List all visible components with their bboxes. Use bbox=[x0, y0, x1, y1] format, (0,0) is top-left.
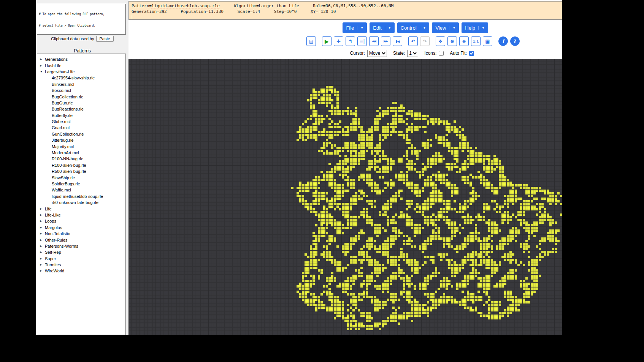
tree-file[interactable]: 4c273954-slow-ship.rle bbox=[37, 75, 125, 81]
fit-icon: ❖ bbox=[438, 39, 443, 44]
autofit-label: Auto Fit: bbox=[450, 51, 467, 56]
status-pattern-label: Pattern= bbox=[132, 3, 152, 8]
dropdown-caret-icon: ▼ bbox=[449, 26, 455, 30]
go-faster-button[interactable]: ▶▶ bbox=[381, 36, 390, 46]
tree-folder[interactable]: ▶Other-Rules bbox=[37, 237, 125, 243]
tree-file[interactable]: GunCollection.rle bbox=[37, 131, 125, 137]
clipboard-preview[interactable]: # To open the following RLE pattern, # s… bbox=[37, 4, 126, 35]
clipboard-line: # To open the following RLE pattern, bbox=[39, 13, 124, 16]
tree-item-label: Patersons-Worms bbox=[45, 244, 78, 248]
info-button[interactable]: i bbox=[498, 36, 508, 46]
tree-file[interactable]: r50-unknown-fate-bug.rle bbox=[37, 199, 125, 206]
tree-folder[interactable]: ▶WireWorld bbox=[37, 268, 125, 274]
tree-file[interactable]: liquid-methuseblob-soup.rle bbox=[37, 193, 125, 199]
tree-file[interactable]: Blinkers.mcl bbox=[37, 81, 125, 87]
fit-pattern-button[interactable]: ❖ bbox=[436, 36, 445, 46]
pattern-grid-canvas[interactable] bbox=[128, 59, 562, 335]
status-rule: Rule=R6,C0,M1,S58..90,B52..60,NM bbox=[313, 3, 393, 8]
controls-row: Cursor: Move State: 1 Icons: Auto Fit: bbox=[128, 49, 562, 57]
menu-edit-label: Edit bbox=[373, 25, 381, 31]
double-right-icon: ▶▶ bbox=[384, 40, 387, 43]
state-select[interactable]: 1 bbox=[407, 50, 418, 57]
tree-item-label: ModernArt.mcl bbox=[52, 150, 79, 155]
menu-view-label: View bbox=[435, 25, 446, 31]
tree-file[interactable]: Bosco.mcl bbox=[37, 87, 125, 93]
menu-edit[interactable]: Edit▼ bbox=[370, 22, 394, 33]
tree-folder[interactable]: ▶Life bbox=[37, 206, 125, 212]
tree-file[interactable]: ModernArt.mcl bbox=[37, 150, 125, 156]
new-pattern-button[interactable]: ▤ bbox=[306, 36, 316, 46]
tree-folder[interactable]: ▶Turmites bbox=[37, 262, 125, 268]
tree-folder[interactable]: ▶Non-Totalistic bbox=[37, 231, 125, 237]
menu-file[interactable]: File▼ bbox=[343, 22, 367, 33]
tree-folder[interactable]: ▶HashLife bbox=[37, 62, 125, 68]
triangle-collapsed-icon: ▶ bbox=[40, 263, 45, 266]
tree-item-label: 4c273954-slow-ship.rle bbox=[52, 76, 95, 80]
tree-file[interactable]: BugReactions.rle bbox=[37, 106, 125, 112]
menu-control[interactable]: Control▼ bbox=[397, 22, 430, 33]
dropdown-caret-icon: ▼ bbox=[420, 26, 426, 30]
tree-file[interactable]: BugGun.rle bbox=[37, 100, 125, 106]
tree-item-label: Blinkers.mcl bbox=[52, 82, 74, 87]
reset-button[interactable]: ▮◀ bbox=[393, 36, 402, 46]
tree-item-label: Non-Totalistic bbox=[45, 231, 70, 236]
tree-item-label: Super bbox=[45, 256, 56, 261]
tree-file[interactable]: R100-alien-bug.rle bbox=[37, 162, 125, 168]
icons-label: Icons: bbox=[424, 51, 436, 56]
cursor-select[interactable]: Move bbox=[367, 50, 387, 57]
tree-folder[interactable]: ▶Loops bbox=[37, 218, 125, 224]
icons-checkbox[interactable] bbox=[439, 51, 444, 56]
next-generation-button[interactable]: + bbox=[334, 36, 343, 46]
tree-item-label: Globe.mcl bbox=[52, 119, 71, 124]
status-scale: Scale=1:4 bbox=[238, 9, 260, 14]
go-slower-button[interactable]: ◀◀ bbox=[369, 36, 379, 46]
scale-1-1-button[interactable]: 1:1 bbox=[471, 36, 481, 46]
help-button[interactable]: ? bbox=[510, 36, 520, 46]
menu-view[interactable]: View▼ bbox=[432, 22, 459, 33]
triangle-collapsed-icon: ▶ bbox=[40, 220, 45, 223]
tree-folder[interactable]: ▶Margolus bbox=[37, 224, 125, 231]
tree-file[interactable]: R100-NN-bug.rle bbox=[37, 156, 125, 162]
tree-item-label: Other-Rules bbox=[45, 238, 67, 242]
tree-folder[interactable]: ▶Super bbox=[37, 256, 125, 262]
tree-file[interactable]: Jitterbug.rle bbox=[37, 137, 125, 143]
step-size-button[interactable]: =| bbox=[357, 36, 367, 46]
paste-button[interactable]: Paste bbox=[96, 36, 114, 42]
dropdown-caret-icon: ▼ bbox=[478, 26, 485, 30]
tree-file[interactable]: Majority.mcl bbox=[37, 143, 125, 149]
menu-help[interactable]: Help▼ bbox=[462, 22, 488, 33]
triangle-collapsed-icon: ▶ bbox=[40, 58, 45, 61]
status-xy-key: XY bbox=[311, 9, 316, 14]
tree-file[interactable]: BugCollection.rle bbox=[37, 93, 125, 100]
tree-item-label: BugGun.rle bbox=[52, 101, 73, 105]
tree-file[interactable]: SoldierBugs.rle bbox=[37, 181, 125, 187]
autofit-checkbox[interactable] bbox=[469, 51, 474, 56]
next-step-button[interactable]: ↰ bbox=[346, 36, 355, 46]
start-stop-button[interactable]: ▶ bbox=[322, 36, 332, 46]
tree-file[interactable]: R500-alien-bug.rle bbox=[37, 168, 125, 174]
zoom-in-button[interactable]: ⊕ bbox=[447, 36, 457, 46]
tree-item-label: Bosco.mcl bbox=[52, 88, 71, 93]
undo-button[interactable]: ↶ bbox=[408, 36, 418, 46]
tree-file[interactable]: Waffle.mcl bbox=[37, 187, 125, 193]
triangle-collapsed-icon: ▶ bbox=[40, 213, 45, 217]
status-bar[interactable]: Pattern=liquid-methuseblob-soup.rle Algo… bbox=[128, 1, 562, 20]
tree-file[interactable]: SlowShip.rle bbox=[37, 174, 125, 180]
info-icon: i bbox=[502, 38, 504, 44]
tree-file[interactable]: Butterfly.rle bbox=[37, 112, 125, 119]
tree-file[interactable]: Globe.mcl bbox=[37, 119, 125, 125]
tree-folder[interactable]: ▶Generations bbox=[37, 56, 125, 62]
tree-item-label: Butterfly.rle bbox=[52, 113, 73, 118]
play-icon: ▶ bbox=[325, 38, 329, 44]
tree-item-label: Waffle.mcl bbox=[52, 188, 71, 192]
tree-folder[interactable]: ▼Larger-than-Life bbox=[37, 69, 125, 75]
zoom-out-button[interactable]: ⊖ bbox=[459, 36, 469, 46]
menu-control-label: Control bbox=[401, 25, 417, 31]
tree-item-label: R100-alien-bug.rle bbox=[52, 163, 86, 168]
tree-folder[interactable]: ▶Self-Rep bbox=[37, 249, 125, 255]
full-screen-button[interactable]: ▣ bbox=[483, 36, 492, 46]
tree-folder[interactable]: ▶Patersons-Worms bbox=[37, 243, 125, 249]
tree-item-label: R100-NN-bug.rle bbox=[52, 156, 83, 161]
tree-folder[interactable]: ▶Life-Like bbox=[37, 212, 125, 218]
tree-file[interactable]: Gnarl.mcl bbox=[37, 125, 125, 131]
